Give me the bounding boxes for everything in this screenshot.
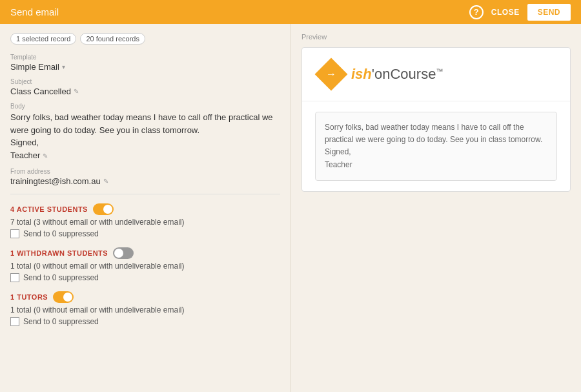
section-header-withdrawn-students: 1 WITHDRAWN STUDENTS [10, 247, 280, 259]
preview-body: Sorry folks, bad weather today means I h… [302, 101, 570, 191]
section-header-tutors: 1 TUTORS [10, 291, 280, 303]
preview-logo: → ish'onCourse™ [315, 58, 443, 90]
template-field: Template Simple Email ▾ [10, 54, 280, 72]
suppress-label-tutors: Send to 0 suppressed [23, 317, 99, 326]
logo-oncourse: 'onCourse [372, 66, 436, 82]
suppress-row-active-students: Send to 0 suppressed [10, 229, 280, 238]
help-icon[interactable]: ? [469, 5, 484, 19]
toggle-knob-withdrawn-students [114, 249, 123, 258]
divider [10, 194, 280, 194]
from-address-field: From address trainingtest@ish.com.au ✎ [10, 168, 280, 186]
body-text: Sorry folks, bad weather today means I h… [10, 111, 280, 161]
subject-label: Subject [10, 78, 280, 85]
template-dropdown-icon[interactable]: ▾ [62, 63, 65, 70]
header-actions: ? CLOSE SEND [469, 4, 571, 21]
section-total-active-students: 7 total (3 without email or with undeliv… [10, 218, 280, 227]
logo-tm: ™ [436, 67, 443, 75]
send-button[interactable]: SEND [527, 4, 571, 21]
main-layout: 1 selected record 20 found records Templ… [0, 24, 581, 392]
preview-message-box: Sorry folks, bad weather today means I h… [315, 112, 557, 181]
subject-field: Subject Class Cancelled ✎ [10, 78, 280, 96]
close-button[interactable]: CLOSE [491, 8, 520, 17]
logo-arrow-icon: → [326, 68, 336, 80]
left-panel: 1 selected record 20 found records Templ… [0, 24, 290, 392]
body-field: Body Sorry folks, bad weather today mean… [10, 103, 280, 161]
section-count-active-students: 4 ACTIVE STUDENTS [10, 205, 88, 213]
toggle-tutors[interactable] [53, 291, 74, 303]
section-withdrawn-students: 1 WITHDRAWN STUDENTS 1 total (0 without … [10, 247, 280, 282]
toggle-knob-active-students [103, 205, 112, 214]
toggle-active-students[interactable] [93, 203, 114, 215]
section-header-active-students: 4 ACTIVE STUDENTS [10, 203, 280, 215]
body-edit-icon[interactable]: ✎ [43, 152, 48, 160]
logo-text: ish'onCourse™ [351, 66, 443, 83]
suppress-row-withdrawn-students: Send to 0 suppressed [10, 273, 280, 282]
selected-record-badge: 1 selected record [10, 33, 76, 45]
from-address-value[interactable]: trainingtest@ish.com.au ✎ [10, 176, 280, 186]
suppress-label-withdrawn-students: Send to 0 suppressed [23, 273, 99, 282]
logo-ish: ish [351, 66, 372, 82]
section-total-withdrawn-students: 1 total (0 without email or with undeliv… [10, 262, 280, 271]
preview-card: → ish'onCourse™ Sorry folks, bad weather… [301, 47, 571, 192]
from-address-edit-icon[interactable]: ✎ [103, 178, 108, 185]
right-panel: Preview → ish'onCourse™ Sorry folks, bad… [290, 24, 581, 392]
toggle-knob-tutors [63, 293, 72, 302]
section-total-tutors: 1 total (0 without email or with undeliv… [10, 305, 280, 315]
template-label: Template [10, 54, 280, 61]
preview-header: → ish'onCourse™ [302, 48, 570, 101]
logo-diamond-container: → [315, 58, 347, 90]
section-count-withdrawn-students: 1 WITHDRAWN STUDENTS [10, 249, 108, 257]
subject-value[interactable]: Class Cancelled ✎ [10, 87, 280, 96]
toggle-withdrawn-students[interactable] [113, 247, 134, 259]
template-value[interactable]: Simple Email ▾ [10, 62, 280, 72]
record-badges: 1 selected record 20 found records [10, 33, 280, 45]
section-tutors: 1 TUTORS 1 total (0 without email or wit… [10, 291, 280, 326]
suppress-checkbox-active-students[interactable] [10, 229, 19, 238]
page-title: Send email [10, 6, 59, 17]
from-address-label: From address [10, 168, 280, 175]
subject-edit-icon[interactable]: ✎ [74, 88, 79, 95]
suppress-row-tutors: Send to 0 suppressed [10, 317, 280, 326]
suppress-checkbox-tutors[interactable] [10, 317, 19, 326]
sections-container: 4 ACTIVE STUDENTS 7 total (3 without ema… [10, 203, 280, 326]
header: Send email ? CLOSE SEND [0, 0, 581, 24]
suppress-checkbox-withdrawn-students[interactable] [10, 273, 19, 282]
section-count-tutors: 1 TUTORS [10, 293, 48, 301]
section-active-students: 4 ACTIVE STUDENTS 7 total (3 without ema… [10, 203, 280, 238]
suppress-label-active-students: Send to 0 suppressed [23, 229, 99, 238]
preview-label: Preview [301, 33, 571, 41]
body-label: Body [10, 103, 280, 110]
found-records-badge: 20 found records [80, 33, 145, 45]
